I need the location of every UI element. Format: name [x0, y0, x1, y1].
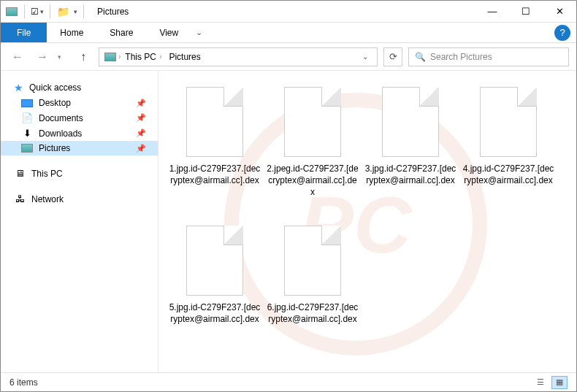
file-name: 4.jpg.id-C279F237.[decryptex@airmail.cc]… [462, 163, 554, 186]
sidebar-this-pc[interactable]: 🖥 This PC [1, 166, 158, 181]
pin-icon: 📌 [136, 144, 146, 153]
app-icon [5, 5, 18, 18]
refresh-button[interactable]: ⟳ [383, 47, 402, 66]
file-item[interactable]: 6.jpg.id-C279F237.[decryptex@airmail.cc]… [264, 221, 362, 360]
downloads-icon: ⬇ [21, 128, 33, 139]
file-item[interactable]: 4.jpg.id-C279F237.[decryptex@airmail.cc]… [459, 82, 557, 221]
file-name: 3.jpg.id-C279F237.[decryptex@airmail.cc]… [364, 163, 456, 186]
sidebar-item-label: Pictures [39, 143, 70, 153]
desktop-icon [21, 99, 33, 107]
maximize-button[interactable]: ☐ [509, 1, 543, 23]
pin-icon: 📌 [136, 128, 146, 138]
folder-icon[interactable]: 📁 [56, 5, 69, 18]
file-name: 5.jpg.id-C279F237.[decryptex@airmail.cc]… [169, 301, 261, 325]
forward-button[interactable]: → [33, 47, 52, 66]
tab-home[interactable]: Home [47, 23, 96, 42]
file-item[interactable]: 5.jpg.id-C279F237.[decryptex@airmail.cc]… [166, 221, 264, 360]
titlebar[interactable]: ☑▾ 📁 ▾ Pictures — ☐ ✕ [1, 1, 576, 23]
pin-icon: 📌 [136, 113, 146, 123]
address-row: ← → ▾ ↑ › This PC› Pictures ⌄ ⟳ 🔍 Search… [1, 43, 576, 71]
item-count: 6 items [9, 377, 38, 388]
file-icon [480, 87, 537, 157]
address-dropdown[interactable]: ⌄ [358, 53, 372, 61]
ribbon: File Home Share View ⌄ ? [1, 23, 576, 43]
tab-share[interactable]: Share [96, 23, 146, 42]
sidebar-item-documents[interactable]: 📄 Documents 📌 [1, 110, 158, 126]
tab-view[interactable]: View [146, 23, 191, 42]
large-icons-view-button[interactable]: ▦ [551, 376, 568, 389]
file-list[interactable]: PC 1.jpg.id-C279F237.[decryptex@airmail.… [158, 71, 576, 372]
sidebar-item-desktop[interactable]: Desktop 📌 [1, 96, 158, 110]
status-bar: 6 items ☰ ▦ [1, 372, 576, 391]
this-pc-icon: 🖥 [14, 168, 26, 179]
location-icon [104, 50, 117, 64]
expand-ribbon-button[interactable]: ⌄ [191, 28, 207, 37]
sidebar-item-label: This PC [31, 169, 63, 179]
sidebar-item-pictures[interactable]: Pictures 📌 [1, 141, 158, 155]
help-button[interactable]: ? [554, 25, 570, 41]
sidebar-item-label: Desktop [39, 98, 71, 108]
file-icon [186, 226, 243, 296]
file-icon [284, 226, 341, 296]
breadcrumb[interactable]: This PC› [122, 52, 166, 62]
qat-dropdown[interactable]: ▾ [74, 8, 77, 15]
sidebar-quick-access[interactable]: ★ Quick access [1, 80, 158, 96]
file-icon [382, 87, 439, 157]
sidebar-item-label: Network [31, 194, 64, 204]
search-icon: 🔍 [415, 52, 426, 62]
up-button[interactable]: ↑ [74, 47, 93, 66]
documents-icon: 📄 [21, 112, 33, 123]
star-icon: ★ [14, 82, 23, 93]
file-item[interactable]: 2.jpeg.id-C279F237.[decryptex@airmail.cc… [264, 82, 362, 221]
file-item[interactable]: 3.jpg.id-C279F237.[decryptex@airmail.cc]… [362, 82, 459, 221]
file-tab[interactable]: File [1, 23, 47, 42]
quick-access-toolbar: ☑▾ 📁 ▾ [1, 5, 91, 18]
address-bar[interactable]: › This PC› Pictures ⌄ [99, 47, 378, 66]
sidebar-item-label: Documents [39, 113, 83, 123]
explorer-window: ☑▾ 📁 ▾ Pictures — ☐ ✕ File Home Share Vi… [0, 0, 577, 392]
history-dropdown[interactable]: ▾ [58, 53, 68, 61]
pictures-icon [21, 144, 33, 153]
file-name: 6.jpg.id-C279F237.[decryptex@airmail.cc]… [267, 301, 359, 325]
file-icon [186, 87, 243, 157]
breadcrumb-label: Pictures [169, 52, 200, 62]
content-area: ★ Quick access Desktop 📌 📄 Documents 📌 ⬇… [1, 71, 576, 372]
search-input[interactable]: 🔍 Search Pictures [408, 47, 569, 66]
file-name: 2.jpeg.id-C279F237.[decryptex@airmail.cc… [267, 163, 359, 199]
sidebar-item-label: Downloads [39, 128, 82, 139]
pin-icon: 📌 [136, 99, 146, 108]
details-view-button[interactable]: ☰ [532, 376, 549, 389]
sidebar-network[interactable]: 🖧 Network [1, 191, 158, 207]
sidebar-item-label: Quick access [29, 82, 81, 93]
search-placeholder: Search Pictures [430, 52, 492, 62]
back-button[interactable]: ← [8, 47, 27, 66]
network-icon: 🖧 [14, 193, 26, 204]
close-button[interactable]: ✕ [543, 1, 576, 23]
sidebar-item-downloads[interactable]: ⬇ Downloads 📌 [1, 126, 158, 141]
minimize-button[interactable]: — [475, 1, 509, 23]
file-icon [284, 87, 341, 157]
navigation-pane[interactable]: ★ Quick access Desktop 📌 📄 Documents 📌 ⬇… [1, 71, 158, 372]
properties-icon[interactable]: ☑▾ [31, 5, 44, 18]
file-item[interactable]: 1.jpg.id-C279F237.[decryptex@airmail.cc]… [166, 82, 264, 221]
file-name: 1.jpg.id-C279F237.[decryptex@airmail.cc]… [169, 163, 261, 186]
breadcrumb[interactable]: Pictures [166, 52, 203, 62]
window-title: Pictures [97, 7, 129, 17]
chevron-right-icon[interactable]: › [118, 53, 121, 61]
breadcrumb-label: This PC [125, 52, 156, 62]
